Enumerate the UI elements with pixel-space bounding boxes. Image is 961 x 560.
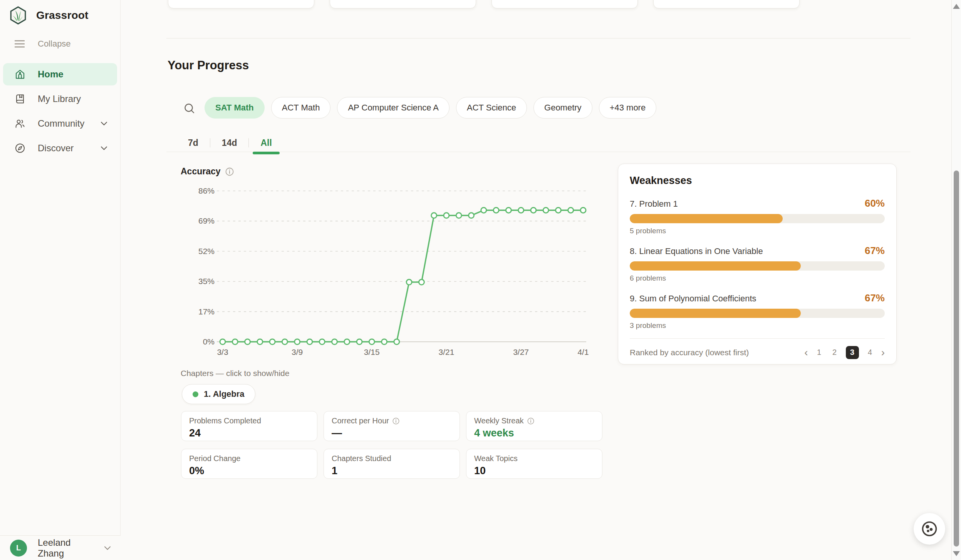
app-title: Grassroot (36, 9, 89, 22)
weakness-accuracy: 60% (865, 197, 885, 209)
collapse-button[interactable]: Collapse (0, 32, 120, 55)
stat-label-text: Weekly Streak (474, 416, 524, 425)
top-card (653, 0, 800, 8)
weakness-name: 7. Problem 1 (630, 199, 678, 209)
stat-label: Period Change (189, 454, 309, 463)
subject-chips: SAT MathACT MathAP Computer Science AACT… (205, 97, 656, 119)
sidebar-item-my-library[interactable]: My Library (3, 88, 117, 110)
hamburger-icon (15, 40, 25, 48)
svg-text:3/27: 3/27 (513, 348, 529, 356)
avatar: L (10, 540, 27, 557)
stat-label: Correct per Hour (332, 416, 452, 425)
chapter-name: 1. Algebra (204, 389, 245, 399)
search-icon (183, 102, 196, 115)
stats-grid: Problems Completed24Correct per Hour—Wee… (181, 411, 602, 479)
sidebar-item-discover[interactable]: Discover (3, 137, 117, 159)
cookie-icon (921, 520, 938, 538)
info-icon[interactable] (225, 167, 234, 176)
brand: Grassroot (0, 0, 120, 27)
grassroot-logo-icon (8, 6, 28, 25)
chapter-chips: 1. Algebra (182, 384, 255, 404)
prev-page-button[interactable]: ‹ (804, 349, 808, 356)
stat-label-text: Weak Topics (474, 454, 518, 463)
weakness-bar-fill (630, 214, 783, 223)
subject-chip[interactable]: ACT Math (271, 97, 331, 119)
sidebar-item-label: Discover (38, 143, 89, 154)
svg-text:3/21: 3/21 (439, 348, 455, 356)
home-icon (15, 69, 25, 80)
stat-label-text: Problems Completed (189, 416, 261, 425)
subject-chip[interactable]: +43 more (599, 97, 657, 119)
chevron-down-icon (101, 146, 107, 150)
svg-text:69%: 69% (198, 216, 215, 225)
scroll-up-arrow-icon[interactable] (953, 4, 960, 9)
scrollbar-thumb[interactable] (954, 171, 959, 547)
people-icon (15, 118, 25, 129)
stat-label: Weak Topics (474, 454, 594, 463)
chapter-chip[interactable]: 1. Algebra (182, 384, 255, 404)
weakness-list: 7. Problem 160%5 problems8. Linear Equat… (630, 197, 885, 330)
chevron-down-icon (101, 122, 107, 125)
svg-text:3/3: 3/3 (217, 348, 228, 356)
weakness-bar-fill (630, 309, 801, 318)
scrollbar[interactable] (951, 0, 961, 560)
svg-text:35%: 35% (198, 277, 215, 286)
weakness-bar-track (630, 214, 885, 223)
weaknesses-footer: Ranked by accuracy (lowest first) ‹1234› (630, 338, 885, 366)
user-menu[interactable]: L Leeland Zhang (0, 535, 121, 560)
weakness-item: 7. Problem 160%5 problems (630, 197, 885, 235)
page-1[interactable]: 1 (815, 348, 823, 357)
svg-text:4/1: 4/1 (577, 348, 589, 356)
tab-all[interactable]: All (257, 138, 275, 148)
svg-text:17%: 17% (198, 307, 215, 316)
page-title: Your Progress (168, 59, 249, 72)
floating-widget-button[interactable] (914, 513, 945, 545)
search-button[interactable] (182, 101, 197, 116)
info-icon[interactable] (392, 418, 399, 425)
stat-value: 24 (189, 427, 309, 439)
sidebar-item-label: My Library (38, 94, 117, 104)
stat-card: Correct per Hour— (324, 411, 460, 441)
page-2[interactable]: 2 (830, 348, 839, 357)
chart-title: Accuracy (181, 166, 221, 177)
stat-label: Weekly Streak (474, 416, 594, 425)
compass-icon (15, 143, 25, 154)
stat-card: Chapters Studied1 (324, 449, 460, 479)
sidebar-item-community[interactable]: Community (3, 112, 117, 135)
chapters-hint-label: Chapters — click to show/hide (181, 369, 289, 378)
weakness-item: 9. Sum of Polynomial Coefficients67%3 pr… (630, 292, 885, 330)
subject-chip[interactable]: SAT Math (205, 97, 265, 119)
subject-chip[interactable]: ACT Science (456, 97, 527, 119)
top-card (330, 0, 476, 8)
tab-7d[interactable]: 7d (184, 138, 202, 148)
chapter-color-dot (193, 391, 198, 397)
svg-text:3/9: 3/9 (292, 348, 303, 356)
info-icon[interactable] (527, 418, 534, 425)
stat-label-text: Correct per Hour (332, 416, 389, 425)
weaknesses-title: Weaknesses (630, 175, 885, 187)
weakness-item: 8. Linear Equations in One Variable67%6 … (630, 245, 885, 283)
chevron-down-icon (104, 546, 111, 550)
weakness-bar-track (630, 261, 885, 271)
subject-chip[interactable]: Geometry (533, 97, 592, 119)
weakness-head: 7. Problem 160% (630, 197, 885, 209)
weakness-problem-count: 6 problems (630, 274, 885, 283)
weakness-name: 8. Linear Equations in One Variable (630, 246, 763, 256)
weakness-head: 8. Linear Equations in One Variable67% (630, 245, 885, 257)
sidebar-item-label: Home (38, 69, 117, 80)
page-3[interactable]: 3 (846, 346, 859, 359)
collapse-label: Collapse (38, 39, 71, 49)
stat-value: 4 weeks (474, 427, 594, 439)
next-page-button[interactable]: › (881, 349, 885, 356)
stat-label-text: Period Change (189, 454, 240, 463)
stat-label-text: Chapters Studied (332, 454, 391, 463)
sidebar-item-home[interactable]: Home (3, 63, 117, 85)
top-card (491, 0, 638, 8)
page-4[interactable]: 4 (866, 348, 874, 357)
subject-chip[interactable]: AP Computer Science A (337, 97, 449, 119)
svg-text:86%: 86% (198, 186, 215, 195)
ranked-by-label: Ranked by accuracy (lowest first) (630, 348, 749, 357)
scroll-down-arrow-icon[interactable] (953, 551, 960, 556)
tab-14d[interactable]: 14d (218, 138, 241, 148)
section-divider (166, 38, 911, 38)
